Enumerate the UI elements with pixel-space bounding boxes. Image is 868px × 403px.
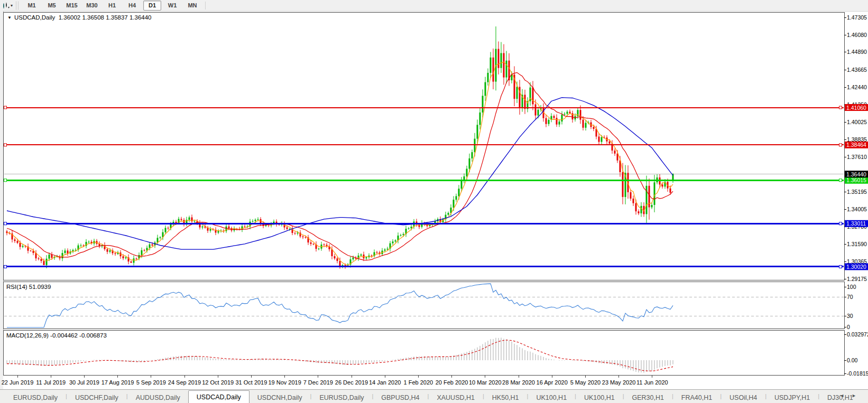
chart-tab-usdcad-daily-3[interactable]: USDCAD,Daily — [188, 390, 250, 403]
chart-tab-hk50-h1-8[interactable]: HK50,H1 — [484, 392, 527, 403]
price-tick-label: 1.43665 — [847, 67, 867, 73]
timeframe-button-w1[interactable]: W1 — [163, 1, 181, 11]
price-tick-label: 1.42440 — [847, 84, 867, 90]
tab-scroll-right-icon[interactable]: ► — [852, 393, 864, 398]
hline-price-label-pivot-green: 1.36015 — [845, 177, 868, 184]
hline-label-text: 1.36015 — [846, 177, 866, 183]
hline-price-label-support-2: 1.30020 — [845, 263, 868, 270]
chart-tab-usdchf-daily-1[interactable]: USDCHF,Daily — [67, 392, 126, 403]
toolbar-separator — [205, 2, 206, 10]
chart-tab-uk100-h1-9[interactable]: UK100,H1 — [528, 392, 575, 403]
chart-title: ▼USDCAD,Daily 1.36002 1.36508 1.35837 1.… — [7, 14, 152, 21]
price-tick-label: 1.47305 — [847, 14, 867, 21]
price-tick-label: 1.30365 — [847, 258, 867, 265]
tab-scrollers: ◄► — [839, 393, 864, 398]
price-tick-label: 1.34005 — [847, 206, 867, 212]
chart-window-icon[interactable] — [2, 2, 10, 10]
price-tick-label: 1.40025 — [847, 119, 867, 125]
chart-ohlc-values: 1.36002 1.36508 1.35837 1.36440 — [59, 14, 152, 21]
hline-price-label-resistance-1: 1.41060 — [845, 104, 868, 111]
price-tick-label: 1.35195 — [847, 189, 867, 195]
timeframe-buttons: M1M5M15M30H1H4D1W1MN — [22, 1, 202, 11]
hline-label-box — [845, 104, 868, 111]
chart-tab-gbpusd-h4-6[interactable]: GBPUSD,H4 — [373, 392, 427, 403]
chart-tab-uk100-h1-10[interactable]: UK100,H1 — [576, 392, 623, 403]
chart-tab-fra40-h1-12[interactable]: FRA40,H1 — [673, 392, 720, 403]
timeframe-button-mn[interactable]: MN — [183, 1, 201, 11]
hline-label-box — [845, 142, 868, 148]
price-axis-labels: 1.473051.460801.448901.436651.424401.412… — [844, 14, 867, 282]
macd-axis-labels: 0.0329720.00-0.018154 — [844, 331, 868, 377]
rsi-axis-labels: 10070300 — [844, 284, 856, 330]
chart-tab-eurusd-daily-5[interactable]: EURUSD,Daily — [311, 392, 372, 403]
time-axis-strip — [3, 376, 845, 389]
current-price-text: 1.36440 — [846, 171, 866, 177]
chevron-down-icon[interactable]: ▾ — [11, 3, 13, 8]
chart-symbol-label: USDCAD,Daily — [14, 14, 55, 21]
hline-label-box — [845, 220, 868, 227]
macd-panel[interactable] — [3, 330, 845, 376]
toolbar-grip — [16, 2, 19, 10]
chart-tab-eurusd-daily-0[interactable]: EURUSD,Daily — [5, 392, 66, 403]
hline-price-label-support-1: 1.33011 — [845, 220, 868, 227]
collapse-triangle-icon[interactable]: ▼ — [7, 15, 12, 20]
chart-tab-usdjpy-h1-14[interactable]: USDJPY,H1 — [767, 392, 818, 403]
rsi-indicator-label: RSI(14) 51.0939 — [6, 284, 51, 290]
macd-tick-label: -0.018154 — [847, 370, 868, 377]
current-price-label: 1.36440 — [845, 171, 868, 177]
timeframe-button-m5[interactable]: M5 — [43, 1, 61, 11]
price-tick-label: 1.41250 — [847, 101, 867, 108]
price-tick-label: 1.32780 — [847, 223, 867, 230]
price-tick-label: 1.31590 — [847, 241, 867, 247]
macd-indicator-label: MACD(12,26,9) -0.004462 -0.006873 — [6, 332, 107, 339]
hline-label-text: 1.38464 — [846, 142, 866, 148]
price-tick-label: 1.38835 — [847, 136, 867, 143]
rsi-panel[interactable] — [3, 282, 845, 329]
price-chart-panel[interactable] — [3, 12, 845, 280]
rsi-tick-label: 30 — [847, 313, 853, 319]
hline-label-text: 1.30020 — [846, 264, 866, 270]
chart-tab-audusd-daily-2[interactable]: AUDUSD,Daily — [128, 392, 188, 403]
hline-label-box — [845, 177, 868, 184]
timeframe-button-m30[interactable]: M30 — [83, 1, 101, 11]
chart-tab-usoil-h4-13[interactable]: USOil,H4 — [722, 392, 765, 403]
timeframe-button-h4[interactable]: H4 — [123, 1, 141, 11]
timeframe-button-m15[interactable]: M15 — [63, 1, 81, 11]
chart-tab-xauusd-h1-7[interactable]: XAUUSD,H1 — [429, 392, 483, 403]
rsi-tick-label: 100 — [847, 284, 856, 290]
macd-tick-label: 0.00 — [847, 357, 858, 363]
hline-label-text: 1.33011 — [846, 220, 866, 227]
price-tick-label: 1.46080 — [847, 32, 867, 38]
chart-tab-usdcnh-daily-4[interactable]: USDCNH,Daily — [250, 392, 310, 403]
current-price-box — [845, 171, 868, 177]
chart-tab-ger30-h1-11[interactable]: GER30,H1 — [624, 392, 672, 403]
rsi-tick-label: 70 — [847, 294, 853, 300]
rsi-tick-label: 0 — [847, 324, 850, 330]
macd-tick-label: 0.032972 — [847, 331, 868, 338]
mt4-window: ▾ M1M5M15M30H1H4D1W1MN ▼USDCAD,Daily 1.3… — [0, 0, 868, 403]
price-tick-label: 1.29175 — [847, 276, 867, 282]
hline-label-box — [845, 263, 868, 270]
hline-label-text: 1.41060 — [846, 105, 866, 111]
price-tick-label: 1.44890 — [847, 49, 867, 55]
price-tick-label: 1.37610 — [847, 154, 867, 160]
timeframe-toolbar: ▾ M1M5M15M30H1H4D1W1MN — [0, 0, 868, 12]
timeframe-button-d1[interactable]: D1 — [143, 1, 161, 11]
timeframe-button-m1[interactable]: M1 — [23, 1, 41, 11]
tab-scroll-left-icon[interactable]: ◄ — [839, 393, 852, 398]
timeframe-button-h1[interactable]: H1 — [103, 1, 121, 11]
hline-price-label-resistance-2: 1.38464 — [845, 142, 868, 148]
candlestick-mini-icon — [2, 2, 10, 10]
chart-tab-bar: EURUSD,Daily|USDCHF,Daily|AUDUSD,DailyUS… — [0, 389, 868, 403]
